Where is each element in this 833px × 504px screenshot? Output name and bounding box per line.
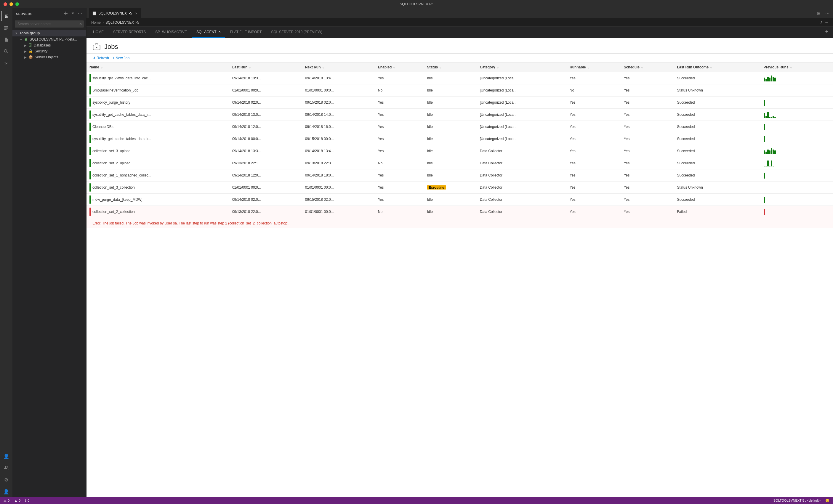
- sidebar: SERVERS ⋯ ✕ ▼ Tools group ▼ 🖥: [13, 8, 87, 497]
- status-warnings[interactable]: ▲ 0: [14, 499, 20, 502]
- col-sort-icon: ⌄: [248, 66, 251, 69]
- job-status: Idle: [424, 72, 477, 85]
- table-row[interactable]: sysutility_get_cache_tables_data_ir...09…: [87, 109, 833, 121]
- close-button[interactable]: [4, 2, 7, 6]
- nav-tab-sql-agent[interactable]: SQL AGENT ✕: [192, 27, 225, 38]
- job-lastrunoutcome: Status Unknown: [674, 85, 760, 97]
- col-header-last-run-outcome[interactable]: Last Run Outcome⌄: [674, 63, 760, 72]
- nav-tab-sql-agent-close[interactable]: ✕: [218, 30, 221, 33]
- nav-tab-sql-server-preview[interactable]: SQL SERVER 2019 (PREVIEW): [267, 27, 327, 38]
- job-previous-runs: [761, 72, 833, 85]
- new-connection-icon[interactable]: [63, 11, 68, 17]
- status-errors[interactable]: ⚠ 0: [4, 499, 9, 503]
- tab-close-icon[interactable]: ✕: [135, 12, 138, 15]
- table-row[interactable]: collection_set_2_upload09/13/2018 22:1..…: [87, 157, 833, 169]
- server-item[interactable]: ▼ 🖥 SQLTOOLSVNEXT-5, <defa...: [13, 37, 86, 42]
- job-previous-runs: [761, 157, 833, 169]
- collapse-icon[interactable]: [70, 11, 75, 17]
- status-indicator: [90, 195, 91, 204]
- nav-sql-server-preview-label: SQL SERVER 2019 (PREVIEW): [271, 30, 322, 34]
- users-icon[interactable]: [1, 462, 11, 473]
- job-status: Idle: [424, 85, 477, 97]
- job-name-cell: collection_set_2_upload: [87, 157, 229, 169]
- col-sort-icon: ⌄: [641, 66, 643, 69]
- job-status: Idle: [424, 121, 477, 133]
- status-indicator: [90, 74, 91, 82]
- col-header-category[interactable]: Category⌄: [477, 63, 567, 72]
- col-header-name[interactable]: Name⌄: [87, 63, 229, 72]
- col-header-previous-runs[interactable]: Previous Runs⌄: [761, 63, 833, 72]
- table-row[interactable]: sysutility_get_views_data_into_cac...09/…: [87, 72, 833, 85]
- col-header-last-run[interactable]: Last Run⌄: [229, 63, 302, 72]
- prev-run-bar: [769, 166, 770, 166]
- job-lastrun: 09/14/2018 12:0...: [229, 169, 302, 182]
- table-row[interactable]: SmoBaselineVerification_Job01/01/0001 00…: [87, 85, 833, 97]
- search-clear-icon[interactable]: ✕: [79, 22, 82, 26]
- table-row[interactable]: Cleanup DBs09/14/2018 12:0...09/14/2018 …: [87, 121, 833, 133]
- user-icon[interactable]: 👤: [1, 451, 11, 461]
- job-name: syspolicy_purge_history: [92, 100, 130, 104]
- status-info[interactable]: ℹ 0: [25, 499, 29, 503]
- chevron-down-icon: ▼: [15, 32, 18, 35]
- object-explorer-icon[interactable]: [1, 23, 11, 33]
- col-header-runnable[interactable]: Runnable⌄: [567, 63, 621, 72]
- nav-tab-sp-whoisactive[interactable]: SP_WHOISACTIVE: [151, 27, 191, 38]
- refresh-button[interactable]: ↺ Refresh: [92, 56, 109, 60]
- job-lastrunoutcome: Succeeded: [674, 109, 760, 121]
- databases-icon: 🗄: [28, 43, 32, 47]
- job-name: collection_set_2_collection: [92, 210, 135, 214]
- table-row[interactable]: mdw_purge_data_[keep_MDW]09/14/2018 02:0…: [87, 194, 833, 206]
- job-lastrunoutcome: Succeeded: [674, 97, 760, 109]
- job-enabled: Yes: [375, 109, 424, 121]
- job-lastrun: 09/14/2018 13:3...: [229, 145, 302, 157]
- split-editor-icon[interactable]: ⊞: [816, 10, 822, 17]
- refresh-btn-label: Refresh: [97, 56, 109, 60]
- nav-tab-add[interactable]: +: [823, 27, 831, 38]
- col-header-enabled[interactable]: Enabled⌄: [375, 63, 424, 72]
- job-nextrun: 09/14/2018 14:0...: [302, 109, 375, 121]
- settings-icon[interactable]: ⚙: [1, 474, 11, 485]
- sidebar-item-security[interactable]: ▶ 🔒 Security: [13, 48, 86, 54]
- account-icon[interactable]: 👤: [1, 486, 11, 497]
- col-header-schedule[interactable]: Schedule⌄: [621, 63, 674, 72]
- tools-icon[interactable]: ✂: [1, 58, 11, 69]
- svg-point-6: [7, 466, 8, 467]
- maximize-button[interactable]: [16, 2, 19, 6]
- sidebar-item-databases[interactable]: ▶ 🗄 Databases: [13, 42, 86, 48]
- table-row[interactable]: sysutility_get_cache_tables_data_ir...09…: [87, 133, 833, 145]
- security-label: Security: [35, 49, 47, 53]
- job-runnable: Yes: [567, 72, 621, 85]
- job-nextrun: 01/01/0001 00:0...: [302, 85, 375, 97]
- sidebar-item-server-objects[interactable]: ▶ 📦 Server Objects: [13, 54, 86, 60]
- table-row[interactable]: syspolicy_purge_history09/14/2018 02:0..…: [87, 97, 833, 109]
- tab-sqltoolsvnext5[interactable]: ⬜ SQLTOOLSVNEXT-5 ✕: [89, 8, 141, 19]
- more-breadcrumb-icon[interactable]: ⋯: [825, 20, 828, 25]
- more-tabs-icon[interactable]: ⋯: [824, 10, 831, 17]
- tools-group-header[interactable]: ▼ Tools group: [13, 30, 86, 37]
- tab-bar: ⬜ SQLTOOLSVNEXT-5 ✕ ⊞ ⋯: [87, 8, 833, 19]
- search-activity-icon[interactable]: [1, 46, 11, 57]
- nav-tab-home[interactable]: HOME: [89, 27, 108, 38]
- connections-icon[interactable]: ⊞: [1, 11, 11, 21]
- nav-sql-agent-label: SQL AGENT: [196, 30, 217, 34]
- new-job-button[interactable]: + New Job: [113, 56, 129, 60]
- col-header-next-run[interactable]: Next Run⌄: [302, 63, 375, 72]
- breadcrumb-home[interactable]: Home: [91, 20, 101, 25]
- table-row[interactable]: collection_set_3_collection01/01/0001 00…: [87, 182, 833, 194]
- table-row[interactable]: collection_set_3_upload09/14/2018 13:3..…: [87, 145, 833, 157]
- job-lastrun: 09/14/2018 13:3...: [229, 72, 302, 85]
- prev-run-bar: [764, 124, 765, 130]
- col-header-status[interactable]: Status⌄: [424, 63, 477, 72]
- status-indicator: [90, 98, 91, 106]
- nav-tab-server-reports[interactable]: SERVER REPORTS: [109, 27, 150, 38]
- minimize-button[interactable]: [9, 2, 13, 6]
- col-name-label: Name: [90, 65, 99, 69]
- file-icon[interactable]: [1, 34, 11, 45]
- more-actions-icon[interactable]: ⋯: [77, 11, 82, 17]
- table-row[interactable]: collection_set_2_collection09/13/2018 22…: [87, 206, 833, 218]
- col-sort-icon: ⌄: [710, 66, 712, 69]
- table-row[interactable]: collection_set_1_noncached_collec...09/1…: [87, 169, 833, 182]
- search-input[interactable]: [15, 20, 84, 27]
- nav-tab-flat-file-import[interactable]: FLAT FILE IMPORT: [226, 27, 266, 38]
- refresh-icon[interactable]: ↺: [819, 20, 822, 25]
